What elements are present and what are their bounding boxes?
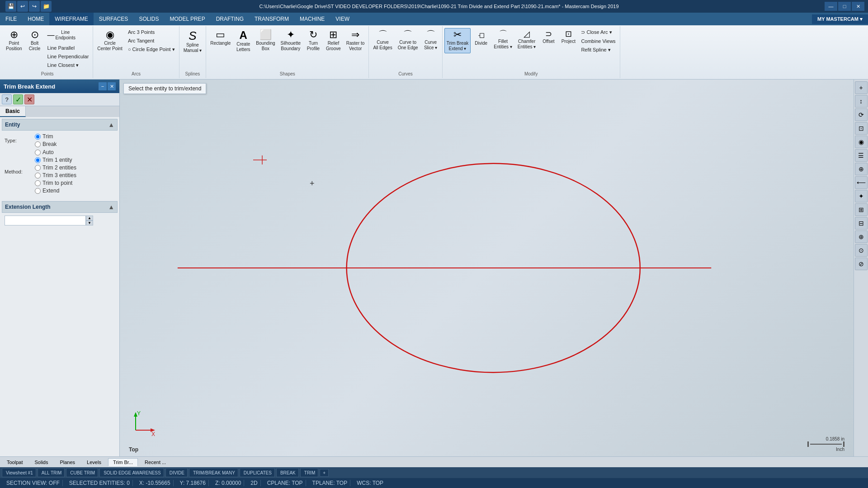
- right-btn-13[interactable]: ⊙: [855, 244, 868, 257]
- right-btn-5[interactable]: ◉: [855, 136, 868, 148]
- trim2-radio[interactable]: [35, 165, 41, 171]
- tab-toolpat[interactable]: Toolpat: [2, 458, 28, 466]
- chamfer-entities-btn[interactable]: ◿ ChamferEntities ▾: [515, 28, 538, 52]
- break-ind-btn[interactable]: BREAK: [276, 468, 299, 477]
- spin-down-btn[interactable]: ▼: [86, 221, 93, 225]
- arc-tangent-btn[interactable]: Arc Tangent: [126, 37, 177, 45]
- line-perpendicular-btn[interactable]: Line Perpendicular: [45, 52, 91, 61]
- menu-surfaces[interactable]: SURFACES: [94, 13, 134, 25]
- line-endpoints-btn[interactable]: — LineEndpoints: [45, 28, 78, 42]
- tab-basic[interactable]: Basic: [0, 106, 26, 117]
- panel-close-btn[interactable]: ✕: [108, 82, 116, 90]
- menu-machine[interactable]: MACHINE: [294, 13, 330, 25]
- tab-levels[interactable]: Levels: [82, 458, 106, 466]
- bounding-box-btn[interactable]: ⬜ BoundingBox: [254, 28, 277, 53]
- offset-btn[interactable]: ⊃ Offset: [539, 28, 558, 46]
- turn-profile-btn[interactable]: ↻ TurnProfile: [304, 28, 323, 53]
- refit-spline-btn[interactable]: Refit Spline ▾: [579, 46, 618, 54]
- curve-one-edge-btn[interactable]: ⌒ Curve toOne Edge: [396, 28, 420, 52]
- combine-views-btn[interactable]: Combine Views: [579, 37, 618, 45]
- arc-3-points-btn[interactable]: Arc 3 Points: [126, 28, 177, 36]
- menu-home[interactable]: HOME: [22, 13, 49, 25]
- menu-model-prep[interactable]: MODEL PREP: [164, 13, 210, 25]
- right-btn-2[interactable]: ↕: [855, 95, 868, 108]
- right-btn-11[interactable]: ⊟: [855, 217, 868, 230]
- canvas-area[interactable]: Select the entity to trim/extend +: [120, 80, 854, 456]
- tab-recent[interactable]: Recent ...: [140, 458, 171, 466]
- close-btn[interactable]: ✕: [852, 2, 864, 11]
- right-btn-3[interactable]: ⟳: [855, 108, 868, 121]
- extension-input[interactable]: 0.1: [5, 216, 86, 225]
- menu-file[interactable]: FILE: [0, 13, 22, 25]
- divide-ind-btn[interactable]: DIVIDE: [165, 468, 188, 477]
- curve-all-edges-btn[interactable]: ⌒ CurveAll Edges: [371, 28, 394, 52]
- divide-btn[interactable]: ⟤ Divide: [472, 28, 491, 48]
- break-option[interactable]: Break: [35, 141, 60, 147]
- spin-up-btn[interactable]: ▲: [86, 216, 93, 221]
- curve-slice-btn[interactable]: ⌒ CurveSlice ▾: [421, 28, 440, 52]
- right-btn-7[interactable]: ⊕: [855, 163, 868, 175]
- point-position-btn[interactable]: ⊕ PointPosition: [4, 28, 24, 53]
- viewsheet-btn[interactable]: Viewsheet #1: [2, 468, 36, 477]
- my-mastercam-btn[interactable]: MY MASTERCAM ▾: [812, 14, 868, 24]
- right-btn-4[interactable]: ⊡: [855, 122, 868, 135]
- menu-wireframe[interactable]: WIREFRAME: [49, 13, 93, 25]
- create-letters-btn[interactable]: A CreateLetters: [234, 28, 253, 54]
- trim3-radio[interactable]: [35, 173, 41, 178]
- trim-point-radio[interactable]: [35, 180, 41, 186]
- right-btn-9[interactable]: ✦: [855, 190, 868, 202]
- right-btn-6[interactable]: ☰: [855, 149, 868, 162]
- save-btn[interactable]: 💾: [5, 1, 16, 12]
- trim-break-many-btn[interactable]: TRIM/BREAK MANY: [189, 468, 238, 477]
- spline-manual-btn[interactable]: S SplineManual ▾: [181, 28, 204, 55]
- redo-btn[interactable]: ↪: [29, 1, 40, 12]
- cancel-btn[interactable]: ✕: [24, 94, 34, 104]
- circle-edge-point-btn[interactable]: ○ Circle Edge Point ▾: [126, 45, 177, 54]
- tab-trim-br[interactable]: Trim Br...: [108, 458, 138, 466]
- trim-ind-btn[interactable]: TRIM: [300, 468, 318, 477]
- auto-option[interactable]: Auto: [35, 149, 76, 155]
- extend-option[interactable]: Extend: [35, 188, 76, 194]
- extension-section-header[interactable]: Extension Length ▲: [2, 201, 118, 213]
- relief-groove-btn[interactable]: ⊞ ReliefGroove: [324, 28, 343, 53]
- ok-btn[interactable]: ✓: [13, 94, 23, 104]
- trim3-option[interactable]: Trim 3 entities: [35, 172, 76, 178]
- trim-to-point-option[interactable]: Trim to point: [35, 180, 76, 186]
- right-btn-12[interactable]: ⊕: [855, 230, 868, 243]
- menu-drafting[interactable]: DRAFTING: [211, 13, 249, 25]
- raster-vector-btn[interactable]: ⇒ Raster toVector: [344, 28, 367, 53]
- trim1-option[interactable]: Trim 1 entity: [35, 157, 76, 163]
- silhouette-btn[interactable]: ✦ SilhouetteBoundary: [278, 28, 303, 53]
- right-btn-10[interactable]: ⊞: [855, 203, 868, 216]
- duplicates-btn[interactable]: DUPLICATES: [240, 468, 275, 477]
- all-trim-btn[interactable]: ALL TRIM: [38, 468, 65, 477]
- circle-center-point-btn[interactable]: ◉ CircleCenter Point: [95, 28, 125, 53]
- help-btn[interactable]: ?: [2, 94, 12, 104]
- extend-radio[interactable]: [35, 188, 41, 194]
- close-arc-btn[interactable]: ⊃ Close Arc ▾: [579, 28, 618, 37]
- fillet-entities-btn[interactable]: ⌒ FilletEntities ▾: [491, 28, 514, 52]
- entity-section-header[interactable]: Entity ▲: [2, 119, 118, 131]
- menu-transform[interactable]: TRANSFORM: [249, 13, 294, 25]
- tab-solids[interactable]: Solids: [29, 458, 53, 466]
- trim-radio[interactable]: [35, 134, 41, 140]
- undo-btn[interactable]: ↩: [17, 1, 28, 12]
- menu-solids[interactable]: SOLIDS: [133, 13, 164, 25]
- solid-edge-btn[interactable]: SOLID EDGE AWARENESS: [99, 468, 164, 477]
- maximize-btn[interactable]: □: [838, 2, 851, 11]
- open-btn[interactable]: 📁: [41, 1, 52, 12]
- trim2-option[interactable]: Trim 2 entities: [35, 164, 76, 171]
- right-btn-1[interactable]: +: [855, 81, 868, 94]
- add-ind-btn[interactable]: +: [320, 469, 329, 477]
- right-btn-14[interactable]: ⊘: [855, 258, 868, 270]
- cube-trim-btn[interactable]: CUBE TRIM: [66, 468, 98, 477]
- rectangle-btn[interactable]: ▭ Rectangle: [208, 28, 233, 48]
- trim-option[interactable]: Trim: [35, 133, 60, 140]
- panel-shrink-btn[interactable]: −: [99, 82, 107, 90]
- break-radio[interactable]: [35, 141, 41, 147]
- menu-view[interactable]: VIEW: [330, 13, 355, 25]
- trim-break-extend-btn[interactable]: ✂ Trim BreakExtend ▾: [444, 28, 471, 53]
- line-parallel-btn[interactable]: Line Parallel: [45, 44, 91, 52]
- tab-planes[interactable]: Planes: [55, 458, 80, 466]
- auto-radio[interactable]: [35, 150, 41, 155]
